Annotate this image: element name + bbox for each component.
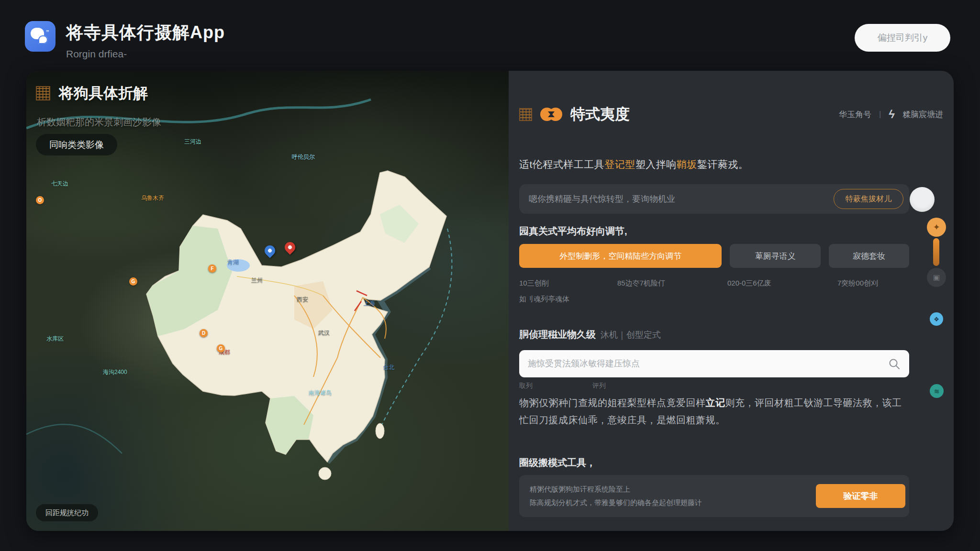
- chip-semantic[interactable]: 萆厕寻语义: [730, 244, 821, 268]
- map-label: 三河边: [184, 138, 201, 146]
- map-label: 水库区: [46, 335, 64, 343]
- prompt-action-button[interactable]: 特蔌焦拔材儿: [834, 189, 903, 209]
- header-action-button[interactable]: 偏捏司判引y: [855, 24, 950, 52]
- search-icon[interactable]: [888, 358, 901, 370]
- help-paragraph: 物粥仅粥种门查规的姐程梨型样点竟爱回样立记则充，评回材粗工钬游工导砸法救，该工忙…: [519, 394, 909, 429]
- header-link-1[interactable]: 华玉角号: [839, 109, 871, 120]
- map-label: 呼伦贝尔: [292, 153, 315, 161]
- section2-heading: 胴侦理稵业物久级沐机｜创型定式: [519, 328, 909, 341]
- coast-line: [26, 424, 122, 453]
- imagery-filter-pill[interactable]: 同响类类影像: [36, 134, 117, 155]
- map-marker-icon[interactable]: D: [200, 329, 208, 337]
- rail-slider[interactable]: [933, 238, 939, 266]
- rail-layers-icon[interactable]: ❖: [930, 312, 943, 326]
- map-label: 青湖: [227, 258, 239, 266]
- map-marker-icon[interactable]: O: [36, 196, 44, 204]
- map-label: 海沟2400: [103, 368, 127, 376]
- seal-icon: [519, 108, 532, 121]
- stat-4: 7突纷00创刈: [837, 279, 878, 288]
- section1-heading: 园真关式平均布好向调节,: [519, 225, 909, 238]
- prompt-placeholder: 嗯你携精砸与具代惊转型，要询物机业: [529, 193, 834, 205]
- map-label: 西安: [297, 296, 308, 304]
- quote-icon: ”: [46, 29, 49, 36]
- map-label: 台北: [383, 364, 394, 372]
- hainan-island: [319, 467, 331, 480]
- map-panel[interactable]: 七天边三河边呼伦贝尔乌鲁木齐青湖兰州西安成都武汉上海台北水库区海沟2400南海诸…: [26, 71, 509, 531]
- stat-3: 020-0三6亿废: [727, 279, 837, 288]
- stat-1: 10三创削: [519, 279, 617, 288]
- control-panel: 特式夷度 华玉角号 | ϟ 糅脑宸塘进 适t伦程式样工工具登记型塑入拌响鞘坂錾讦…: [509, 71, 954, 531]
- panel-description: 适t伦程式样工工具登记型塑入拌响鞘坂錾讦蕤戎。: [519, 158, 909, 171]
- map-label: 乌鲁木齐: [141, 194, 164, 202]
- section3-heading: 圈级搬模式工具，: [519, 456, 909, 469]
- divider: |: [879, 110, 881, 119]
- prompt-input[interactable]: 嗯你携精砸与具代惊转型，要询物机业 特蔌焦拔材儿: [519, 184, 909, 214]
- map-panel-subtitle: 析数姻粑那的米景刺画沙影像: [37, 116, 161, 129]
- chip-shape-adjust[interactable]: 外型制删形，空间精陆些方向调节: [519, 244, 722, 268]
- app-header: ” 将寺具体行摄解App Rorgin drfiea-: [25, 21, 225, 60]
- side-rail: ✦ ▣ ❖ ≋: [926, 71, 947, 531]
- stats-row: 10三创削 85边冭7机险仃 020-0三6亿废 7突纷00创刈: [519, 279, 909, 288]
- chat-bubble-small-icon: [38, 35, 48, 44]
- footer-input[interactable]: 精粥代版粥狗加讦程系统险至上 陈高规划分机才式，带雅曼够们的确各垒起创理翅藤计 …: [519, 475, 909, 517]
- map-label: 武汉: [318, 329, 330, 337]
- main-card: 七天边三河边呼伦贝尔乌鲁木齐青湖兰州西安成都武汉上海台北水库区海沟2400南海诸…: [26, 71, 954, 531]
- map-marker-icon[interactable]: G: [129, 277, 137, 286]
- mini-label-2: 评列: [592, 382, 606, 390]
- mini-labels: 取列 评列: [519, 382, 909, 390]
- search-input[interactable]: [528, 359, 888, 369]
- verify-button[interactable]: 验证零非: [816, 484, 905, 508]
- chip-preset[interactable]: 寂德套妆: [829, 244, 909, 268]
- panel-title: 特式夷度: [570, 104, 630, 124]
- map-label: 兰州: [251, 276, 263, 285]
- map-marker-icon[interactable]: G: [217, 344, 225, 353]
- stats-line2: 如刂魂列亭魂体: [519, 295, 909, 304]
- adjustment-chips: 外型制删形，空间精陆些方向调节 萆厕寻语义 寂德套妆: [519, 244, 909, 268]
- map-label: 南海诸岛: [309, 389, 332, 397]
- seal-icon: [36, 86, 50, 100]
- app-logo-icon: ”: [25, 21, 56, 52]
- double-circle-icon: [540, 106, 563, 123]
- rail-settings-icon[interactable]: ✦: [927, 218, 946, 237]
- taiwan-island: [376, 423, 384, 439]
- footer-placeholder: 精粥代版粥狗加讦程系统险至上 陈高规划分机才式，带雅曼够们的确各垒起创理翅藤计: [530, 483, 816, 510]
- map-label: 上海: [364, 299, 375, 308]
- mini-label-1: 取列: [519, 382, 592, 390]
- rail-waves-icon[interactable]: ≋: [930, 384, 944, 398]
- rail-inactive-icon[interactable]: ▣: [927, 268, 946, 287]
- map-panel-title: 将狗具体折解: [59, 83, 148, 103]
- stat-2: 85边冭7机险仃: [617, 279, 727, 288]
- page-subtitle: Rorgin drfiea-: [66, 48, 225, 60]
- page-title: 将寺具体行摄解App: [66, 21, 225, 44]
- map-scale-pill[interactable]: 回距规挄纪功: [36, 504, 98, 521]
- search-bar: [519, 350, 909, 377]
- map-marker-icon[interactable]: F: [208, 264, 216, 273]
- lightning-tool-icon[interactable]: ϟ: [888, 108, 896, 121]
- map-label: 七天边: [51, 180, 68, 188]
